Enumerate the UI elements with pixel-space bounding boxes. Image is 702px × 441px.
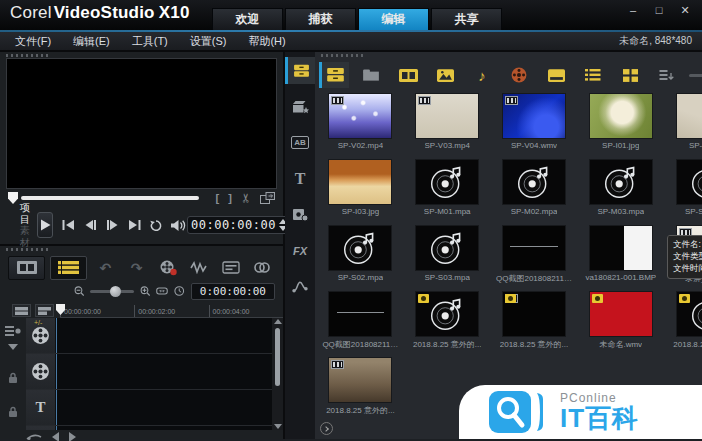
play-button[interactable] [37, 212, 53, 238]
redo-button[interactable]: ↷ [123, 257, 149, 279]
view-single-button[interactable] [541, 62, 571, 88]
filter-category-button[interactable]: FX [285, 237, 315, 264]
go-start-button[interactable] [61, 219, 76, 231]
track-manager-button[interactable] [5, 326, 21, 338]
timeline-ruler[interactable]: 00:00:00:00 00:00:02:00 00:00:04:00 [0, 303, 283, 318]
zoom-out-button[interactable] [74, 284, 84, 298]
record-capture-button[interactable] [155, 257, 181, 279]
library-item[interactable]: SP-I02.jpg [664, 92, 702, 158]
workspace-tab[interactable]: 欢迎 [212, 8, 283, 30]
library-item[interactable]: va180821-001.BMP [577, 224, 664, 290]
mark-in-button[interactable]: [ [216, 192, 220, 204]
sort-button[interactable] [652, 62, 682, 88]
import-media-button[interactable] [356, 62, 386, 88]
voice-track-lane[interactable] [56, 426, 272, 430]
storyboard-view-button[interactable] [8, 256, 45, 280]
view-thumbnail-button[interactable] [615, 62, 645, 88]
video-track[interactable] [26, 318, 272, 354]
show-all-tracks-button[interactable] [12, 304, 31, 317]
chevron-down-icon[interactable] [8, 344, 18, 350]
duration-button[interactable] [174, 284, 184, 298]
library-item[interactable]: 2018.8.25 意外的... [491, 290, 578, 356]
mark-out-button[interactable]: ] [228, 192, 232, 204]
library-item[interactable]: SP-V02.mp4 [317, 92, 404, 158]
voice-track[interactable] [26, 426, 272, 430]
filter-video-button[interactable] [393, 62, 423, 88]
media-category-button[interactable] [285, 57, 315, 84]
library-item[interactable]: 2018.8.25 意外的... [664, 290, 702, 356]
graphic-category-button[interactable] [285, 201, 315, 228]
library-item[interactable]: SP-M02.mpa [491, 158, 578, 224]
sound-mixer-button[interactable] [186, 257, 212, 279]
library-item[interactable]: SP-I03.jpg [317, 158, 404, 224]
expand-more-button[interactable] [320, 422, 333, 435]
title-track-lane[interactable] [56, 390, 272, 425]
filter-audio-button[interactable]: ♪ [467, 62, 497, 88]
scrollbar-thumb[interactable] [275, 328, 280, 386]
workspace-tab[interactable]: 捕获 [285, 8, 356, 30]
undo-button[interactable]: ↶ [92, 257, 118, 279]
voice-track-header[interactable] [26, 426, 56, 430]
panel-grip[interactable] [321, 54, 363, 57]
overlay-track-lane[interactable] [56, 354, 272, 389]
menu-item[interactable]: 设置(S) [179, 32, 238, 51]
instant-project-button[interactable] [285, 93, 315, 120]
slider-thumb[interactable] [110, 286, 121, 297]
track-transparency-button[interactable] [249, 257, 275, 279]
previous-frame-button[interactable] [83, 219, 98, 231]
title-category-button[interactable]: T [285, 165, 315, 192]
thumbnail-size-slider[interactable] [689, 74, 702, 77]
library-item[interactable]: SP-I01.jpg [577, 92, 664, 158]
ripple-edit-toggle[interactable] [8, 372, 18, 384]
transition-category-button[interactable]: AB [285, 129, 315, 156]
timeline-scrollbar[interactable] [272, 318, 283, 430]
library-item[interactable]: SP-S01.mpa [664, 158, 702, 224]
repeat-button[interactable] [149, 219, 163, 232]
track-height-button[interactable] [35, 304, 54, 317]
filter-photo-button[interactable] [430, 62, 460, 88]
workspace-tab[interactable]: 编辑 [358, 8, 429, 30]
overlay-track-header[interactable] [26, 354, 56, 389]
enlarge-preview-button[interactable] [260, 192, 275, 204]
menu-item[interactable]: 编辑(E) [62, 32, 121, 51]
motion-path-category-button[interactable] [285, 273, 315, 300]
scroll-handle-icon[interactable] [26, 433, 42, 441]
minimize-button[interactable]: – [626, 4, 640, 17]
timeline-timecode[interactable]: 0:00:00:00 [191, 283, 275, 300]
title-track-header[interactable]: T [26, 390, 56, 425]
workspace-tab[interactable]: 共享 [431, 8, 502, 30]
go-end-button[interactable] [127, 219, 142, 231]
overlay-track[interactable] [26, 354, 272, 390]
menu-item[interactable]: 文件(F) [4, 32, 62, 51]
library-item[interactable]: 2018.8.25 意外的... [404, 290, 491, 356]
scrubber-handle[interactable] [8, 192, 18, 204]
track-add-remove[interactable]: +/- [34, 319, 42, 326]
library-item[interactable]: SP-V03.mp4 [404, 92, 491, 158]
library-item[interactable]: 2018.8.25 意外的... [317, 356, 404, 422]
timeline-zoom-slider[interactable] [90, 290, 133, 293]
zoom-in-button[interactable] [140, 284, 150, 298]
next-frame-button[interactable] [105, 219, 120, 231]
library-item[interactable]: 未命名.wmv [577, 290, 664, 356]
preview-monitor[interactable] [6, 58, 277, 189]
view-list-button[interactable] [578, 62, 608, 88]
fit-project-button[interactable] [156, 285, 168, 297]
library-item[interactable]: QQ截图2018082114.. [491, 224, 578, 290]
library-item[interactable]: SP-S03.mpa [404, 224, 491, 290]
filter-project-button[interactable] [504, 62, 534, 88]
playback-mode[interactable]: 项目 素材 [20, 202, 30, 248]
ripple-edit-toggle[interactable] [8, 406, 18, 418]
volume-button[interactable] [170, 219, 187, 232]
library-item[interactable]: SP-M01.mpa [404, 158, 491, 224]
library-item[interactable]: SP-V04.wmv [491, 92, 578, 158]
panel-grip[interactable] [6, 54, 48, 57]
menu-item[interactable]: 工具(T) [121, 32, 179, 51]
scroll-down-icon[interactable] [274, 424, 282, 429]
maximize-button[interactable]: □ [652, 4, 666, 17]
video-track-lane[interactable] [56, 318, 272, 353]
media-library-button[interactable] [319, 62, 349, 88]
library-item[interactable]: SP-S02.mpa [317, 224, 404, 290]
scroll-left-button[interactable] [52, 432, 59, 441]
scroll-right-button[interactable] [69, 432, 76, 441]
timeline-view-button[interactable] [50, 256, 87, 280]
